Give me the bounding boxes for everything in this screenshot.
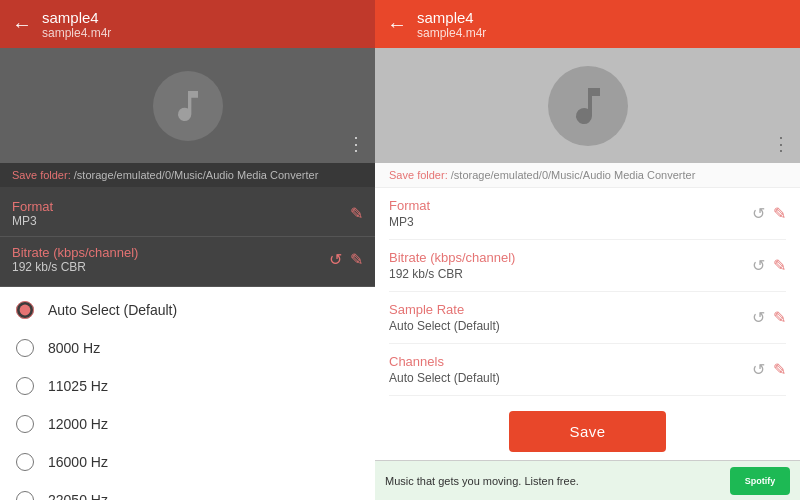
left-save-folder-path: /storage/emulated/0/Music/Audio Media Co… xyxy=(74,169,319,181)
radio-item[interactable]: 16000 Hz xyxy=(0,443,375,481)
left-format-value: MP3 xyxy=(12,214,53,228)
left-radio-list: Auto Select (Default)8000 Hz11025 Hz1200… xyxy=(0,287,375,500)
setting-info-1: Bitrate (kbps/channel)192 kb/s CBR xyxy=(389,250,515,281)
setting-actions-2: ↺✎ xyxy=(752,308,786,327)
left-title: sample4 xyxy=(42,9,111,26)
right-save-folder-label: Save folder: xyxy=(389,169,448,181)
setting-info-0: FormatMP3 xyxy=(389,198,430,229)
setting-item-2: Sample RateAuto Select (Default)↺✎ xyxy=(389,292,786,344)
setting-value-0: MP3 xyxy=(389,215,430,229)
setting-name-2: Sample Rate xyxy=(389,302,500,317)
settings-list: FormatMP3↺✎Bitrate (kbps/channel)192 kb/… xyxy=(375,188,800,399)
radio-label-12000: 12000 Hz xyxy=(48,416,108,432)
setting-actions-3: ↺✎ xyxy=(752,360,786,379)
setting-name-1: Bitrate (kbps/channel) xyxy=(389,250,515,265)
left-bitrate-label: Bitrate (kbps/channel) xyxy=(12,245,138,260)
spotify-logo[interactable]: Spotify xyxy=(730,467,790,495)
left-bitrate-info: Bitrate (kbps/channel) 192 kb/s CBR xyxy=(12,245,138,274)
radio-input-8000[interactable] xyxy=(16,339,34,357)
left-bitrate-actions: ↺ ✎ xyxy=(329,250,363,269)
radio-item[interactable]: Auto Select (Default) xyxy=(0,291,375,329)
radio-item[interactable]: 12000 Hz xyxy=(0,405,375,443)
radio-item[interactable]: 8000 Hz xyxy=(0,329,375,367)
left-bitrate-section: Bitrate (kbps/channel) 192 kb/s CBR ↺ ✎ xyxy=(0,237,375,287)
radio-input-16000[interactable] xyxy=(16,453,34,471)
setting-refresh-icon-1[interactable]: ↺ xyxy=(752,256,765,275)
radio-label-auto: Auto Select (Default) xyxy=(48,302,177,318)
right-subtitle: sample4.m4r xyxy=(417,26,486,40)
left-subtitle: sample4.m4r xyxy=(42,26,111,40)
ad-text: Music that gets you moving. Listen free. xyxy=(385,475,722,487)
right-album-art: ⋮ xyxy=(375,48,800,163)
setting-refresh-icon-0[interactable]: ↺ xyxy=(752,204,765,223)
right-back-button[interactable]: ← xyxy=(387,13,407,36)
setting-info-3: ChannelsAuto Select (Default) xyxy=(389,354,500,385)
radio-label-8000: 8000 Hz xyxy=(48,340,100,356)
save-btn-container: Save xyxy=(375,399,800,460)
setting-edit-icon-0[interactable]: ✎ xyxy=(773,204,786,223)
setting-item-1: Bitrate (kbps/channel)192 kb/s CBR↺✎ xyxy=(389,240,786,292)
setting-refresh-icon-3[interactable]: ↺ xyxy=(752,360,765,379)
save-button[interactable]: Save xyxy=(509,411,665,452)
setting-refresh-icon-2[interactable]: ↺ xyxy=(752,308,765,327)
right-title-block: sample4 sample4.m4r xyxy=(417,9,486,40)
radio-item[interactable]: 11025 Hz xyxy=(0,367,375,405)
radio-item[interactable]: 22050 Hz xyxy=(0,481,375,500)
left-bitrate-row: Bitrate (kbps/channel) 192 kb/s CBR ↺ ✎ xyxy=(12,241,363,278)
ad-banner: Music that gets you moving. Listen free.… xyxy=(375,460,800,500)
right-more-icon[interactable]: ⋮ xyxy=(772,133,790,155)
setting-edit-icon-1[interactable]: ✎ xyxy=(773,256,786,275)
left-format-row: Format MP3 ✎ xyxy=(12,195,363,232)
left-save-folder-label: Save folder: xyxy=(12,169,71,181)
setting-edit-icon-3[interactable]: ✎ xyxy=(773,360,786,379)
setting-item-3: ChannelsAuto Select (Default)↺✎ xyxy=(389,344,786,396)
setting-header-0: FormatMP3↺✎ xyxy=(389,198,786,229)
setting-value-2: Auto Select (Default) xyxy=(389,319,500,333)
radio-input-11025[interactable] xyxy=(16,377,34,395)
left-bitrate-edit-icon[interactable]: ✎ xyxy=(350,250,363,269)
left-bitrate-refresh-icon[interactable]: ↺ xyxy=(329,250,342,269)
setting-name-3: Channels xyxy=(389,354,500,369)
radio-input-12000[interactable] xyxy=(16,415,34,433)
right-save-folder-bar: Save folder: /storage/emulated/0/Music/A… xyxy=(375,163,800,188)
left-format-label: Format xyxy=(12,199,53,214)
radio-label-22050: 22050 Hz xyxy=(48,492,108,500)
left-title-block: sample4 sample4.m4r xyxy=(42,9,111,40)
left-format-section: Format MP3 ✎ xyxy=(0,187,375,237)
setting-value-3: Auto Select (Default) xyxy=(389,371,500,385)
radio-input-22050[interactable] xyxy=(16,491,34,500)
left-album-art: ⋮ xyxy=(0,48,375,163)
left-bitrate-value: 192 kb/s CBR xyxy=(12,260,138,274)
left-format-edit-icon[interactable]: ✎ xyxy=(350,204,363,223)
right-music-icon xyxy=(548,66,628,146)
setting-actions-0: ↺✎ xyxy=(752,204,786,223)
right-panel: ← sample4 sample4.m4r ⋮ Save folder: /st… xyxy=(375,0,800,500)
setting-edit-icon-2[interactable]: ✎ xyxy=(773,308,786,327)
radio-input-auto[interactable] xyxy=(16,301,34,319)
radio-label-16000: 16000 Hz xyxy=(48,454,108,470)
setting-actions-1: ↺✎ xyxy=(752,256,786,275)
setting-header-3: ChannelsAuto Select (Default)↺✎ xyxy=(389,354,786,385)
ad-message: Music that gets you moving. Listen free. xyxy=(385,475,579,487)
left-more-icon[interactable]: ⋮ xyxy=(347,133,365,155)
setting-name-0: Format xyxy=(389,198,430,213)
left-format-info: Format MP3 xyxy=(12,199,53,228)
music-note-icon-right xyxy=(564,82,612,130)
left-save-folder-bar: Save folder: /storage/emulated/0/Music/A… xyxy=(0,163,375,187)
music-note-icon xyxy=(168,86,208,126)
left-header: ← sample4 sample4.m4r xyxy=(0,0,375,48)
left-back-button[interactable]: ← xyxy=(12,13,32,36)
left-music-icon xyxy=(153,71,223,141)
left-panel: ← sample4 sample4.m4r ⋮ Save folder: /st… xyxy=(0,0,375,500)
right-header: ← sample4 sample4.m4r xyxy=(375,0,800,48)
right-title: sample4 xyxy=(417,9,486,26)
setting-header-2: Sample RateAuto Select (Default)↺✎ xyxy=(389,302,786,333)
right-save-folder-path: /storage/emulated/0/Music/Audio Media Co… xyxy=(451,169,696,181)
setting-info-2: Sample RateAuto Select (Default) xyxy=(389,302,500,333)
setting-value-1: 192 kb/s CBR xyxy=(389,267,515,281)
setting-item-0: FormatMP3↺✎ xyxy=(389,188,786,240)
radio-label-11025: 11025 Hz xyxy=(48,378,108,394)
setting-header-1: Bitrate (kbps/channel)192 kb/s CBR↺✎ xyxy=(389,250,786,281)
